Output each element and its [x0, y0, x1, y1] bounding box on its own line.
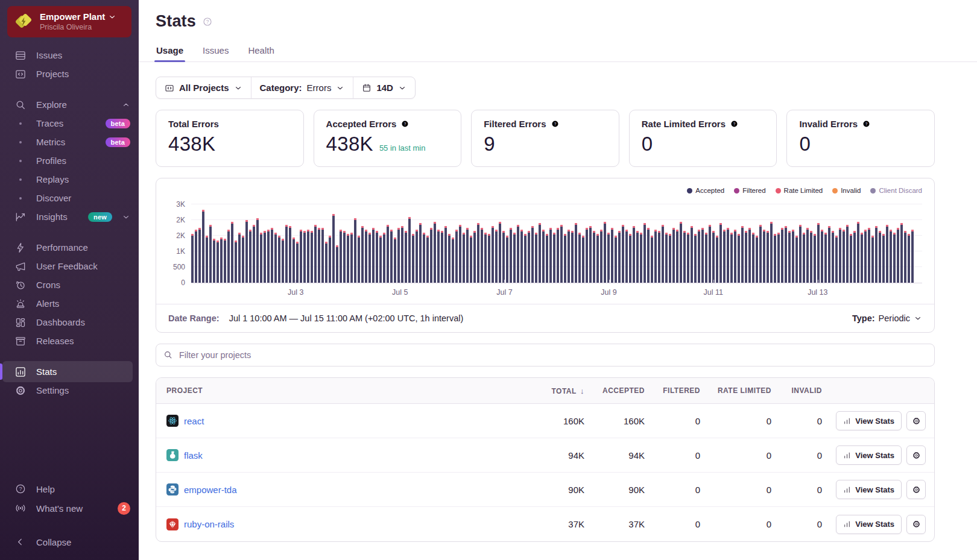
sidebar-collapse-button[interactable]: Collapse [0, 532, 139, 552]
chart-bar-cap [376, 231, 378, 233]
project-cell: react [156, 415, 523, 427]
sidebar-item-user-feedback[interactable]: User Feedback [0, 257, 139, 275]
sidebar-item-label: Profiles [36, 156, 130, 166]
page-help-icon[interactable]: ? [202, 16, 213, 27]
help-icon[interactable]: ? [400, 119, 409, 128]
category-filter-dropdown[interactable]: Category: Errors [251, 77, 353, 98]
legend-item-filtered[interactable]: Filtered [734, 187, 765, 194]
help-icon[interactable]: ? [862, 119, 871, 128]
project-settings-button[interactable] [906, 445, 926, 465]
sidebar-item-alerts[interactable]: Alerts [0, 294, 139, 313]
chart-bar [343, 231, 346, 283]
chart-bar [539, 223, 541, 283]
chart-bar-cap [665, 233, 668, 234]
sidebar-item-dashboards[interactable]: Dashboards [0, 313, 139, 332]
sidebar-item-traces[interactable]: Tracesbeta [0, 114, 139, 133]
column-header-filtered[interactable]: FILTERED [650, 386, 705, 395]
project-settings-button[interactable] [906, 480, 926, 499]
chart-bar-cap [814, 234, 816, 236]
org-dropdown[interactable]: Empower Plant Priscila Oliveira [7, 6, 131, 37]
legend-item-rate-limited[interactable]: Rate Limited [776, 187, 823, 194]
project-settings-button[interactable] [906, 515, 926, 534]
sidebar-item-insights[interactable]: Insightsnew [0, 207, 139, 226]
search-icon [14, 99, 27, 111]
chart-bar-cap [687, 233, 689, 234]
chart-bar-cap [810, 231, 812, 233]
chart-bar [473, 231, 476, 283]
chart-bar-cap [502, 231, 505, 233]
main-content: Stats ? UsageIssuesHealth All Projects C… [139, 0, 977, 560]
chart-bar-cap [788, 231, 791, 233]
sidebar-item-explore[interactable]: Explore [0, 95, 139, 114]
sidebar-item-performance[interactable]: Performance [0, 238, 139, 257]
type-dropdown[interactable]: Type: Periodic [852, 313, 922, 323]
sidebar-item-what-s-new[interactable]: What's new2 [0, 499, 139, 518]
column-header-total[interactable]: TOTAL ↓ [523, 386, 589, 395]
legend-item-invalid[interactable]: Invalid [832, 187, 861, 194]
help-icon[interactable]: ? [551, 119, 560, 128]
legend-item-accepted[interactable]: Accepted [687, 187, 724, 194]
chart-bar-cap [481, 228, 483, 230]
project-link[interactable]: empower-tda [184, 485, 237, 495]
chart-bar [209, 225, 212, 283]
chart-bar [882, 234, 885, 283]
chart-bar-cap [557, 228, 559, 230]
chevron-down-icon [336, 84, 344, 92]
chart-bar-cap [839, 228, 841, 230]
sidebar-item-releases[interactable]: Releases [0, 332, 139, 350]
legend-dot [870, 188, 876, 193]
sidebar-item-projects[interactable]: Projects [0, 64, 139, 83]
tab-issues[interactable]: Issues [202, 40, 229, 61]
chart-bar [752, 233, 754, 283]
view-stats-button[interactable]: View Stats [836, 515, 902, 534]
sidebar-item-stats[interactable]: Stats [0, 362, 139, 381]
sidebar-nav: IssuesProjectsExploreTracesbetaMetricsbe… [0, 46, 139, 400]
view-stats-button[interactable]: View Stats [836, 480, 902, 499]
tab-usage[interactable]: Usage [156, 40, 184, 61]
project-link[interactable]: flask [184, 450, 203, 461]
project-filter-dropdown[interactable]: All Projects [156, 77, 251, 98]
sidebar-item-crons[interactable]: Crons [0, 275, 139, 294]
project-link[interactable]: react [184, 416, 204, 426]
date-range-dropdown[interactable]: 14D [353, 77, 415, 98]
view-stats-button[interactable]: View Stats [836, 411, 902, 430]
chart-bar-cap [890, 230, 892, 231]
chart-bar [600, 230, 602, 283]
category-filter-value: Errors [307, 83, 332, 93]
chart-bar-cap [564, 234, 566, 236]
chart-bar-cap [492, 226, 494, 228]
column-header-rate-limited[interactable]: RATE LIMITED [705, 386, 776, 395]
chart-bar-cap [202, 210, 204, 212]
type-value: Periodic [879, 313, 910, 323]
tab-health[interactable]: Health [247, 40, 274, 61]
x-axis-tick [296, 280, 296, 283]
sidebar-item-discover[interactable]: Discover [0, 189, 139, 207]
sidebar-item-replays[interactable]: Replays [0, 170, 139, 189]
column-header-invalid[interactable]: INVALID [776, 386, 827, 395]
sidebar-item-profiles[interactable]: Profiles [0, 151, 139, 170]
project-settings-button[interactable] [906, 411, 926, 430]
sidebar-item-issues[interactable]: Issues [0, 46, 139, 64]
chart-bar-cap [756, 236, 758, 238]
chart-bar-cap [426, 236, 429, 238]
legend-item-client-discard[interactable]: Client Discard [870, 187, 922, 194]
project-search-input[interactable] [156, 344, 935, 367]
chart-bar-cap [549, 228, 552, 230]
sidebar-item-label: Alerts [36, 298, 130, 309]
column-header-project[interactable]: PROJECT [156, 386, 523, 395]
sidebar-item-settings[interactable]: Settings [0, 381, 139, 400]
chart-bar [730, 233, 733, 283]
chart-bar [535, 233, 537, 283]
sidebar-item-help[interactable]: ?Help [0, 479, 139, 499]
sidebar-item-metrics[interactable]: Metricsbeta [0, 133, 139, 151]
sidebar-item-label: Explore [36, 99, 112, 110]
beta-badge: beta [106, 119, 130, 128]
chart-bar [430, 228, 432, 283]
column-header-accepted[interactable]: ACCEPTED [589, 386, 650, 395]
chart-bar-cap [835, 236, 838, 238]
chart-bar [890, 230, 892, 283]
view-stats-button[interactable]: View Stats [836, 445, 902, 465]
x-axis-tick-label: Jul 3 [288, 288, 303, 297]
project-link[interactable]: ruby-on-rails [184, 519, 234, 529]
help-icon[interactable]: ? [730, 119, 739, 128]
